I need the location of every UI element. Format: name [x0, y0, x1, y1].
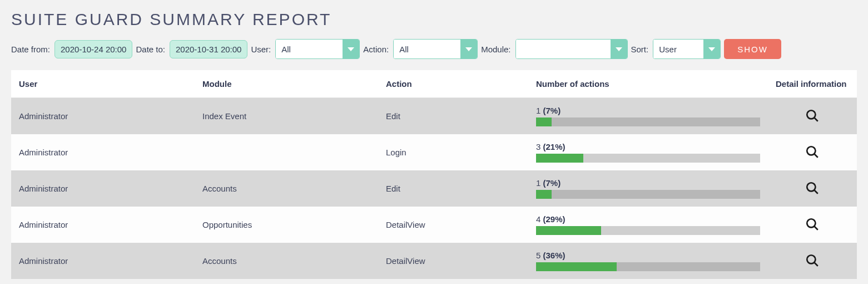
- cell-action: DetailView: [378, 243, 528, 279]
- cell-module: Index Event: [195, 98, 378, 135]
- action-filter-label: Action:: [363, 45, 389, 54]
- action-percent: (7%): [543, 178, 561, 188]
- user-select[interactable]: All: [275, 39, 360, 59]
- table-row: AdministratorAccountsDetailView5 (36%): [11, 243, 857, 279]
- magnify-icon[interactable]: [805, 253, 820, 268]
- cell-module: Opportunities: [195, 207, 378, 243]
- svg-line-7: [814, 226, 818, 230]
- report-table: User Module Action Number of actions Det…: [11, 70, 857, 279]
- cell-count: 5 (36%): [528, 243, 768, 279]
- action-select-value: All: [394, 40, 460, 58]
- action-count: 1: [536, 106, 543, 115]
- progress-bar: [536, 190, 760, 199]
- cell-user: Administrator: [11, 243, 195, 279]
- date-to-label: Date to:: [136, 45, 165, 54]
- chevron-down-icon: [460, 40, 477, 58]
- action-percent: (36%): [543, 251, 566, 260]
- action-percent: (29%): [543, 214, 566, 224]
- svg-point-6: [807, 219, 815, 227]
- action-percent: (7%): [543, 106, 561, 115]
- svg-point-8: [807, 255, 815, 263]
- module-filter-label: Module:: [481, 45, 510, 54]
- date-from-input[interactable]: 2020-10-24 20:00: [54, 40, 132, 58]
- action-count: 4: [536, 214, 543, 224]
- magnify-icon[interactable]: [805, 108, 820, 124]
- cell-user: Administrator: [11, 98, 195, 135]
- sort-select-value: User: [653, 40, 703, 58]
- cell-module: Accounts: [195, 243, 378, 279]
- cell-action: Edit: [378, 98, 528, 135]
- progress-bar-fill: [536, 262, 617, 271]
- cell-module: [195, 134, 378, 170]
- magnify-icon[interactable]: [805, 144, 820, 160]
- action-select[interactable]: All: [393, 39, 478, 59]
- chevron-down-icon: [611, 40, 627, 58]
- svg-point-2: [807, 146, 815, 155]
- page-title: SUITE GUARD SUMMARY REPORT: [11, 10, 857, 29]
- svg-line-5: [814, 190, 818, 194]
- cell-count: 1 (7%): [528, 170, 768, 207]
- col-header-count: Number of actions: [528, 70, 768, 98]
- progress-bar-fill: [536, 154, 583, 163]
- cell-count: 3 (21%): [528, 134, 768, 170]
- cell-action: Login: [378, 134, 528, 170]
- magnify-icon[interactable]: [805, 180, 820, 196]
- table-row: AdministratorOpportunitiesDetailView4 (2…: [11, 207, 857, 243]
- progress-bar-fill: [536, 117, 552, 126]
- progress-bar-fill: [536, 226, 601, 235]
- module-select[interactable]: [515, 39, 628, 59]
- action-count: 1: [536, 178, 543, 188]
- col-header-action: Action: [378, 70, 528, 98]
- show-button[interactable]: SHOW: [724, 39, 781, 59]
- cell-user: Administrator: [11, 207, 195, 243]
- table-row: AdministratorAccountsEdit1 (7%): [11, 170, 857, 207]
- cell-count: 1 (7%): [528, 98, 768, 135]
- table-row: AdministratorIndex EventEdit1 (7%): [11, 98, 857, 135]
- progress-bar: [536, 226, 760, 235]
- progress-bar: [536, 262, 760, 271]
- magnify-icon[interactable]: [805, 217, 820, 232]
- col-header-detail: Detail information: [768, 70, 857, 98]
- cell-action: DetailView: [378, 207, 528, 243]
- cell-module: Accounts: [195, 170, 378, 207]
- filter-bar: Date from: 2020-10-24 20:00 Date to: 202…: [11, 39, 857, 59]
- svg-point-4: [807, 183, 815, 191]
- user-filter-label: User:: [251, 45, 271, 54]
- svg-point-0: [807, 110, 815, 119]
- sort-select[interactable]: User: [653, 39, 721, 59]
- progress-bar: [536, 154, 760, 163]
- cell-user: Administrator: [11, 134, 195, 170]
- cell-count: 4 (29%): [528, 207, 768, 243]
- cell-user: Administrator: [11, 170, 195, 207]
- module-select-value: [516, 40, 611, 58]
- col-header-module: Module: [195, 70, 378, 98]
- svg-line-1: [814, 117, 818, 121]
- sort-filter-label: Sort:: [631, 45, 649, 54]
- svg-line-3: [814, 154, 818, 158]
- action-count: 3: [536, 142, 543, 151]
- date-to-input[interactable]: 2020-10-31 20:00: [170, 40, 247, 58]
- table-row: AdministratorLogin3 (21%): [11, 134, 857, 170]
- svg-line-9: [814, 262, 818, 266]
- progress-bar-fill: [536, 190, 552, 199]
- col-header-user: User: [11, 70, 195, 98]
- chevron-down-icon: [343, 40, 359, 58]
- action-count: 5: [536, 251, 543, 260]
- progress-bar: [536, 117, 760, 126]
- date-from-label: Date from:: [11, 45, 50, 54]
- cell-action: Edit: [378, 170, 528, 207]
- user-select-value: All: [276, 40, 343, 58]
- action-percent: (21%): [543, 142, 566, 151]
- chevron-down-icon: [703, 40, 720, 58]
